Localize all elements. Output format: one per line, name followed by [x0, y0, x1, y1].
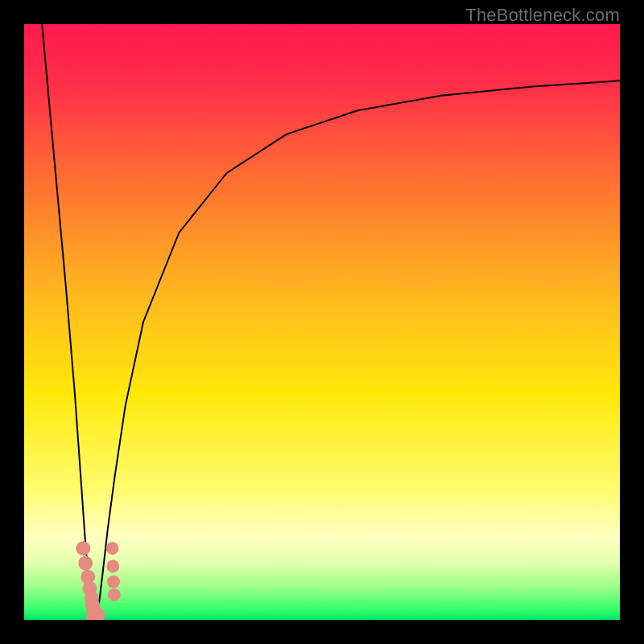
data-point [76, 541, 90, 555]
data-point [106, 559, 119, 572]
chart-curves [24, 24, 620, 620]
data-point [78, 556, 93, 571]
watermark-label: TheBottleneck.com [465, 5, 620, 26]
data-point [108, 588, 121, 601]
curve-right-branch [97, 80, 620, 615]
plot-area [24, 24, 620, 620]
data-point [106, 542, 119, 555]
curve-left-branch [42, 24, 93, 615]
chart-frame: TheBottleneck.com [0, 0, 644, 644]
data-point [107, 576, 120, 588]
